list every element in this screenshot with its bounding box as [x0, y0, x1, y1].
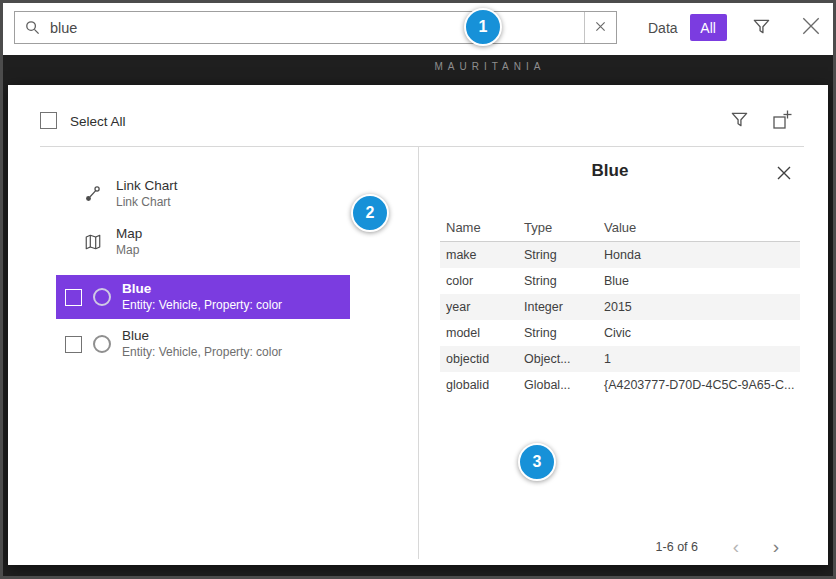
- result-item-link-chart[interactable]: Link Chart Link Chart: [84, 178, 178, 210]
- detail-close-icon[interactable]: [776, 165, 792, 185]
- result-title: Map: [116, 226, 142, 242]
- callout-badge-2: 2: [351, 194, 389, 232]
- column-header-type: Type: [518, 220, 598, 235]
- entity-icon: [93, 335, 111, 353]
- pagination: 1-6 of 6 ‹ ›: [440, 533, 800, 561]
- table-row: objectid Object... 1: [440, 346, 800, 372]
- close-icon[interactable]: [800, 15, 822, 41]
- result-checkbox[interactable]: [65, 289, 82, 306]
- cell-name: model: [440, 326, 518, 340]
- filter-icon[interactable]: [752, 17, 771, 40]
- table-row: model String Civic: [440, 320, 800, 346]
- cell-value: Civic: [598, 326, 800, 340]
- select-all-label: Select All: [70, 114, 126, 129]
- cell-type: Object...: [518, 352, 598, 366]
- link-chart-icon: [84, 185, 102, 203]
- result-subtitle: Link Chart: [116, 195, 178, 210]
- cell-value: Honda: [598, 248, 800, 262]
- result-subtitle: Entity: Vehicle, Property: color: [122, 298, 282, 313]
- result-title: Blue: [122, 328, 282, 344]
- clear-search-button[interactable]: [584, 12, 616, 43]
- search-input[interactable]: [48, 11, 584, 44]
- cell-type: String: [518, 248, 598, 262]
- cell-name: globalid: [440, 378, 518, 392]
- column-header-name: Name: [440, 220, 518, 235]
- table-row: make String Honda: [440, 242, 800, 268]
- scope-all-option[interactable]: All: [690, 14, 727, 41]
- entity-icon: [93, 288, 111, 306]
- cell-type: String: [518, 326, 598, 340]
- add-to-link-chart-icon[interactable]: [772, 110, 792, 134]
- cell-value: {A4203777-D70D-4C5C-9A65-C...: [598, 378, 800, 392]
- cell-name: objectid: [440, 352, 518, 366]
- table-row: color String Blue: [440, 268, 800, 294]
- callout-badge-1: 1: [464, 8, 502, 46]
- result-title: Link Chart: [116, 178, 178, 194]
- result-item-blue[interactable]: Blue Entity: Vehicle, Property: color: [56, 328, 282, 360]
- table-row: year Integer 2015: [440, 294, 800, 320]
- cell-name: color: [440, 274, 518, 288]
- result-checkbox[interactable]: [65, 336, 82, 353]
- pagination-label: 1-6 of 6: [656, 540, 698, 554]
- detail-title: Blue: [440, 161, 780, 181]
- attribute-table: Name Type Value make String Honda color …: [440, 213, 800, 398]
- search-toolbar: Data All: [0, 0, 836, 55]
- map-icon: [84, 233, 102, 251]
- scope-data-option[interactable]: Data: [638, 20, 690, 36]
- pagination-next-icon[interactable]: ›: [762, 535, 790, 559]
- cell-name: year: [440, 300, 518, 314]
- table-header-row: Name Type Value: [440, 213, 800, 242]
- result-item-map[interactable]: Map Map: [84, 226, 142, 258]
- map-country-label: MAURITANIA: [405, 61, 575, 72]
- cell-value: Blue: [598, 274, 800, 288]
- column-header-value: Value: [598, 220, 800, 235]
- cell-value: 1: [598, 352, 800, 366]
- cell-type: Global...: [518, 378, 598, 392]
- cell-value: 2015: [598, 300, 800, 314]
- search-overlay-window: Data All MAURITANIA 1 2 3 Select All: [0, 0, 836, 579]
- result-item-blue-selected[interactable]: Blue Entity: Vehicle, Property: color: [56, 275, 350, 319]
- result-title: Blue: [122, 281, 282, 297]
- pagination-prev-icon[interactable]: ‹: [722, 535, 750, 559]
- detail-divider: [418, 147, 419, 559]
- callout-badge-3: 3: [518, 443, 556, 481]
- clear-icon: [595, 20, 606, 35]
- result-subtitle: Map: [116, 243, 142, 258]
- search-results-panel: Select All Link Chart Link Chart Map M: [8, 85, 828, 565]
- cell-name: make: [440, 248, 518, 262]
- result-subtitle: Entity: Vehicle, Property: color: [122, 345, 282, 360]
- table-row: globalid Global... {A4203777-D70D-4C5C-9…: [440, 372, 800, 398]
- select-all-checkbox[interactable]: [40, 112, 57, 129]
- search-icon: [15, 20, 48, 35]
- search-box: [14, 11, 617, 44]
- cell-type: Integer: [518, 300, 598, 314]
- results-filter-icon[interactable]: [730, 110, 749, 133]
- panel-divider: [40, 146, 804, 147]
- scope-toggle: Data All: [638, 14, 727, 41]
- cell-type: String: [518, 274, 598, 288]
